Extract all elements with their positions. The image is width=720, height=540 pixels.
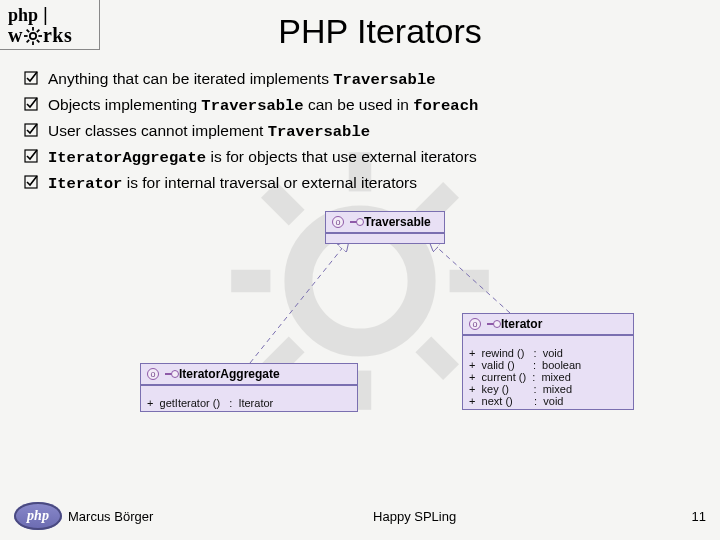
interface-icon: o [469, 318, 481, 330]
list-item: User classes cannot implement Traversabl… [24, 121, 704, 143]
list-item: Iterator is for internal traversal or ex… [24, 173, 704, 195]
interface-icon: o [332, 216, 344, 228]
list-item: Anything that can be iterated implements… [24, 69, 704, 91]
page-title: PHP Iterators [100, 0, 720, 51]
list-item: Objects implementing Traversable can be … [24, 95, 704, 117]
svg-rect-10 [32, 27, 34, 31]
check-icon [24, 123, 48, 137]
svg-rect-15 [26, 39, 30, 43]
svg-point-9 [30, 33, 36, 39]
gear-icon [24, 27, 42, 45]
svg-rect-11 [32, 41, 34, 45]
uml-operation: + current () : mixed [469, 371, 627, 383]
footer-author: Marcus Börger [68, 509, 153, 524]
uml-class-traversable: o Traversable [325, 211, 445, 244]
footer-title: Happy SPLing [153, 509, 676, 524]
phpworks-logo: php| w rks [0, 0, 100, 50]
php-logo-icon: php [14, 502, 62, 530]
uml-operation: + getIterator () : Iterator [147, 397, 351, 409]
page-number: 11 [676, 509, 706, 524]
uml-diagram: o Traversable o IteratorAggregate + getI… [80, 211, 640, 471]
svg-rect-17 [36, 39, 40, 43]
uml-class-iterator: o Iterator + rewind () : void + valid ()… [462, 313, 634, 410]
uml-operation: + next () : void [469, 395, 627, 407]
check-icon [24, 149, 48, 163]
svg-rect-14 [36, 29, 40, 33]
uml-class-iteratoraggregate: o IteratorAggregate + getIterator () : I… [140, 363, 358, 412]
uml-operation: + valid () : boolean [469, 359, 627, 371]
check-icon [24, 71, 48, 85]
svg-rect-13 [38, 35, 42, 37]
check-icon [24, 97, 48, 111]
svg-rect-16 [26, 29, 30, 33]
uml-operation: + key () : mixed [469, 383, 627, 395]
list-item: IteratorAggregate is for objects that us… [24, 147, 704, 169]
bullet-list: Anything that can be iterated implements… [24, 69, 704, 195]
interface-icon: o [147, 368, 159, 380]
footer: php Marcus Börger Happy SPLing 11 [0, 502, 720, 530]
logo-text-php: php [8, 5, 38, 25]
svg-rect-12 [24, 35, 28, 37]
uml-operation: + rewind () : void [469, 347, 627, 359]
check-icon [24, 175, 48, 189]
